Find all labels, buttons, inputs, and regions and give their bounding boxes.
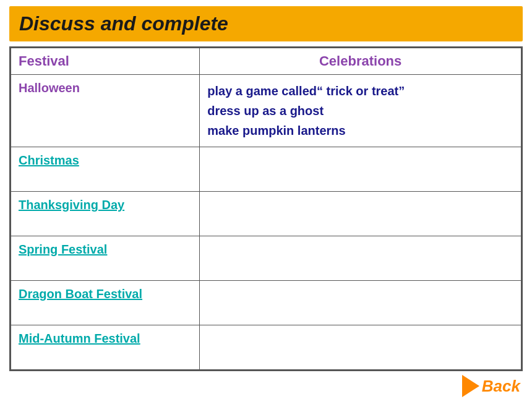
festival-name-4: Dragon Boat Festival — [19, 287, 142, 301]
festival-cell-0: Halloween — [11, 75, 200, 147]
page-container: Discuss and complete Festival Celebratio… — [0, 0, 532, 399]
table-row: Halloweenplay a game called“ trick or tr… — [11, 75, 521, 147]
festival-cell-1: Christmas — [11, 147, 200, 192]
table-header-row: Festival Celebrations — [11, 48, 521, 75]
festival-name-2: Thanksgiving Day — [19, 198, 124, 212]
table-row: Mid-Autumn Festival — [11, 325, 521, 370]
festival-cell-4: Dragon Boat Festival — [11, 281, 200, 325]
celebration-cell-0: play a game called“ trick or treat”dress… — [200, 75, 521, 147]
celebration-cell-3 — [200, 236, 521, 281]
col-header-festival: Festival — [11, 48, 200, 75]
back-button-row: Back — [9, 371, 523, 398]
table-row: Thanksgiving Day — [11, 192, 521, 236]
table-wrapper: Festival Celebrations Halloweenplay a ga… — [9, 46, 523, 371]
table-row: Christmas — [11, 147, 521, 192]
page-title: Discuss and complete — [19, 12, 513, 35]
col-header-celebrations: Celebrations — [200, 48, 521, 75]
festival-cell-5: Mid-Autumn Festival — [11, 325, 200, 370]
table-row: Spring Festival — [11, 236, 521, 281]
back-arrow-icon — [462, 375, 479, 397]
back-button[interactable]: Back — [462, 375, 520, 397]
festival-name-3: Spring Festival — [19, 242, 107, 256]
festival-name-1: Christmas — [19, 153, 79, 167]
table-row: Dragon Boat Festival — [11, 281, 521, 325]
festival-cell-2: Thanksgiving Day — [11, 192, 200, 236]
celebration-cell-4 — [200, 281, 521, 325]
back-label: Back — [482, 377, 520, 396]
title-bar: Discuss and complete — [9, 6, 523, 41]
festival-name-0: Halloween — [19, 81, 80, 95]
festival-name-5: Mid-Autumn Festival — [19, 332, 140, 345]
main-table: Festival Celebrations Halloweenplay a ga… — [11, 48, 521, 370]
celebration-cell-2 — [200, 192, 521, 236]
celebration-cell-5 — [200, 325, 521, 370]
celebration-cell-1 — [200, 147, 521, 192]
festival-cell-3: Spring Festival — [11, 236, 200, 281]
celebration-text-0: play a game called“ trick or treat”dress… — [207, 81, 513, 140]
